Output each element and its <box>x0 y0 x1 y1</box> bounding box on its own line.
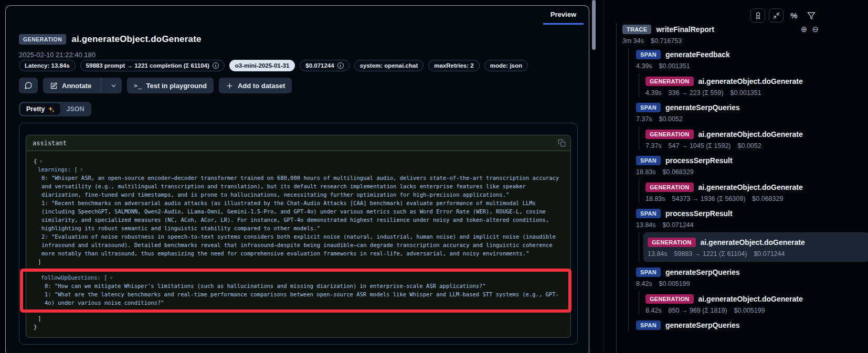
trace-generation-node[interactable]: GENERATION ai.generateObject.doGenerate … <box>645 126 819 150</box>
trace-span-node: SPAN generateSerpQueries 7.37s$0.0052 GE… <box>636 101 819 150</box>
learnings-list: 0: "Whisper ASR, an open-source encoder–… <box>34 174 565 258</box>
collapse-arrows-icon <box>772 12 780 19</box>
trace-root-row[interactable]: TRACE writeFinalReport ⊕ ⊖ <box>622 23 819 35</box>
metric-value: $0.068329 <box>752 195 783 202</box>
info-icon[interactable]: i <box>337 62 344 69</box>
award-badge-icon <box>754 12 762 19</box>
playground-label: Test in playground <box>146 82 207 90</box>
toggle-percent-button[interactable]: % <box>787 8 801 23</box>
span-children: GENERATION ai.generateObject.doGenerate … <box>639 232 819 262</box>
trace-span-row[interactable]: SPAN generateFeedback <box>636 48 819 60</box>
trace-children: SPAN generateFeedback 4.39s$0.001351 GEN… <box>628 48 819 331</box>
annotate-dropdown[interactable] <box>105 78 122 93</box>
page-title: ai.generateObject.doGenerate <box>71 34 201 45</box>
code-line: learnings: [∨ <box>34 165 565 174</box>
tab-preview[interactable]: Preview <box>543 6 584 25</box>
metric-value: $0.001351 <box>659 62 690 70</box>
collapse-json-icon[interactable]: ∨ <box>39 158 42 164</box>
code-line: 0: "Whisper ASR, an open-source encoder–… <box>34 174 565 199</box>
trace-span-row[interactable]: SPAN processSerpResult <box>636 207 819 219</box>
metric-value: $0.068329 <box>663 168 694 176</box>
panel-divider <box>604 0 604 353</box>
span-name: generateSerpQueries <box>665 321 740 329</box>
span-metrics: 18.83s$0.068329 <box>636 168 819 176</box>
annotation-highlight-box: followUpQuestions: [∨ 0: "How can we mit… <box>20 269 571 313</box>
tab-pretty[interactable]: Pretty <box>20 103 60 115</box>
filter-button[interactable] <box>805 8 818 23</box>
trace-span-row[interactable]: SPAN processSerpResult <box>636 154 819 166</box>
collapse-json-icon[interactable]: ∨ <box>110 275 112 280</box>
generation-badge: GENERATION <box>645 294 694 304</box>
trace-generation-row[interactable]: GENERATION ai.generateObject.doGenerate <box>645 293 819 305</box>
assistant-message: assistant {∨ learnings: [∨ 0: "Whisper A… <box>26 135 571 338</box>
span-name: generateSerpQueries <box>665 103 740 112</box>
trace-generation-row[interactable]: GENERATION ai.generateObject.doGenerate <box>645 128 819 140</box>
generation-name: ai.generateObject.doGenerate <box>698 77 803 85</box>
code-line: ] <box>34 258 565 266</box>
meta-pill: system: openai.chat <box>354 60 424 71</box>
metric-value: $0.0052 <box>738 142 761 149</box>
trace-generation-node[interactable]: GENERATION ai.generateObject.doGenerate … <box>643 232 868 262</box>
expand-all-icon[interactable]: ⊕ <box>801 25 808 34</box>
meta-pill: o3-mini-2025-01-31 <box>229 60 295 71</box>
generation-name: ai.generateObject.doGenerate <box>701 238 805 247</box>
annotation-queue-button[interactable] <box>750 8 765 23</box>
info-icon[interactable]: i <box>213 62 219 69</box>
trace-generation-row[interactable]: GENERATION ai.generateObject.doGenerate <box>648 236 864 248</box>
trace-generation-node[interactable]: GENERATION ai.generateObject.doGenerate … <box>645 73 819 97</box>
collapse-json-icon[interactable]: ∨ <box>80 167 83 172</box>
metric-value: 336 → 223 (Σ 559) <box>669 89 724 97</box>
code-line: 0: "How can we mitigate Whisper's limita… <box>37 282 565 290</box>
metric-value: $0.0052 <box>659 115 683 123</box>
trace-span-node: SPAN generateSerpQueries 8.42s$0.005199 … <box>636 266 819 315</box>
generation-metrics: 8.42s850 → 969 (Σ 1819)$0.005199 <box>645 307 819 314</box>
observation-timestamp: 2025-02-10 21:22:40.180 <box>19 51 96 59</box>
meta-pill: 59883 prompt → 1221 completion (Σ 61104)… <box>80 60 225 71</box>
generation-badge: GENERATION <box>645 77 694 86</box>
test-in-playground-button[interactable]: >_ Test in playground <box>127 78 214 93</box>
meta-pill: mode: json <box>484 60 528 71</box>
window-toolbar: % <box>750 8 818 23</box>
trace-span-row[interactable]: SPAN generateSerpQueries <box>636 101 819 113</box>
trace-span-node: SPAN generateSerpQueries <box>636 319 819 331</box>
meta-pill: Latency: 13.84s <box>19 60 76 71</box>
span-name: generateSerpQueries <box>665 268 740 276</box>
meta-pill: maxRetries: 2 <box>428 60 479 71</box>
metric-value: 8.42s <box>645 307 662 314</box>
comment-button[interactable] <box>19 78 38 93</box>
trace-span-row[interactable]: SPAN generateSerpQueries <box>636 319 819 331</box>
tree-border <box>616 23 617 353</box>
trace-generation-row[interactable]: GENERATION ai.generateObject.doGenerate <box>645 181 819 193</box>
collapse-all-icon[interactable]: ⊖ <box>812 25 819 34</box>
message-role: assistant <box>33 140 67 147</box>
sidebar-scrollbar-thumb[interactable] <box>592 0 596 50</box>
action-buttons: Annotate >_ Test in playground Add to da… <box>19 78 292 93</box>
span-metrics: 8.42s$0.005199 <box>636 280 819 287</box>
metric-value: 54373 → 1936 (Σ 56309) <box>672 195 746 202</box>
code-line: 1: "What are the latency benchmarks and … <box>37 290 565 307</box>
copy-button[interactable] <box>558 139 566 147</box>
trace-name: writeFinalReport <box>656 25 714 34</box>
code-line: ] <box>34 314 565 323</box>
trace-generation-row[interactable]: GENERATION ai.generateObject.doGenerate <box>645 75 819 87</box>
metric-value: 13.84s <box>636 221 656 229</box>
divider <box>101 78 101 93</box>
copy-icon <box>558 139 566 147</box>
metric-value: 18.83s <box>636 168 656 176</box>
trace-span-row[interactable]: SPAN generateSerpQueries <box>636 266 819 278</box>
span-children: GENERATION ai.generateObject.doGenerate … <box>639 291 819 315</box>
code-line: followUpQuestions: [∨ <box>37 273 565 282</box>
tab-json[interactable]: JSON <box>60 103 90 115</box>
generation-badge: GENERATION <box>648 238 696 247</box>
trace-generation-node[interactable]: GENERATION ai.generateObject.doGenerate … <box>645 291 819 315</box>
code-line: 1: "Recent benchmarks on adversarial aud… <box>34 199 565 232</box>
meta-pill: $0.071244 i <box>300 60 349 71</box>
collapse-view-button[interactable] <box>769 8 784 23</box>
metric-value: 4.39s <box>636 62 652 70</box>
trace-badge: TRACE <box>622 25 651 34</box>
meta-pill-label: 59883 prompt → 1221 completion (Σ 61104) <box>86 62 209 69</box>
annotate-button[interactable]: Annotate <box>43 78 122 93</box>
preview-tab-label: Preview <box>551 10 576 18</box>
add-to-dataset-button[interactable]: Add to dataset <box>219 78 292 93</box>
trace-generation-node[interactable]: GENERATION ai.generateObject.doGenerate … <box>645 179 819 203</box>
